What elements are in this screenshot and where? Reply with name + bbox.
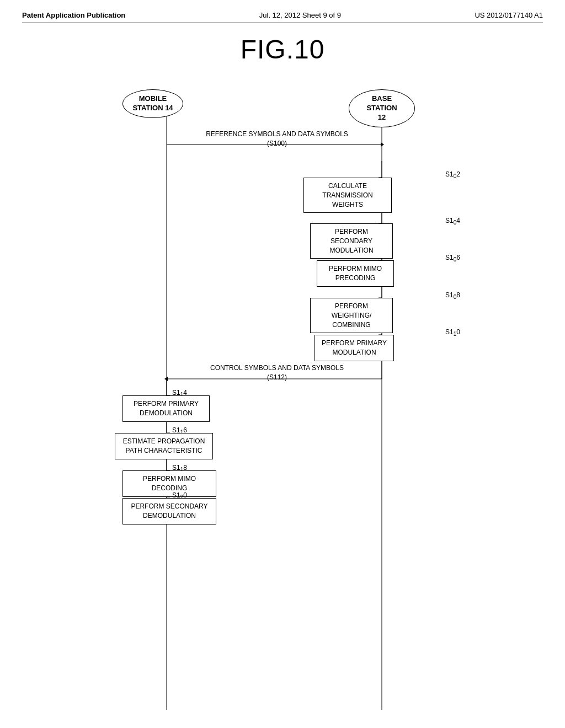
mobile-station-entity: MOBILESTATION 14 [122,89,183,118]
svg-marker-3 [381,142,384,147]
header-right: US 2012/0177140 A1 [475,11,543,19]
page-header: Patent Application Publication Jul. 12, … [22,11,543,23]
s108-label: S108 [445,291,460,300]
s112-label: CONTROL SYMBOLS AND DATA SYMBOLS(S112) [178,363,376,382]
s102-box: CALCULATETRANSMISSION WEIGHTS [303,178,392,213]
header-left: Patent Application Publication [22,11,125,19]
s102-label: S102 [445,170,460,179]
s104-label: S104 [445,217,460,226]
s100-label: REFERENCE SYMBOLS AND DATA SYMBOLS(S100) [178,130,376,148]
s106-box: PERFORM MIMOPRECODING [317,260,394,287]
figure-title: FIG.10 [22,34,543,65]
s110-box: PERFORM PRIMARYMODULATION [315,335,394,361]
s108-box: PERFORM WEIGHTING/COMBINING [310,298,393,333]
s104-box: PERFORM SECONDARYMODULATION [310,223,393,259]
svg-marker-15 [164,377,168,381]
s110-label: S110 [445,328,460,337]
s118-box: PERFORM MIMO DECODING [122,470,216,497]
base-station-entity: BASE STATION12 [349,89,415,127]
s114-box: PERFORM PRIMARYDEMODULATION [122,395,210,422]
s106-label: S106 [445,254,460,263]
s120-box: PERFORM SECONDARYDEMODULATION [122,498,216,524]
page: Patent Application Publication Jul. 12, … [0,0,565,728]
diagram: MOBILESTATION 14 BASE STATION12 REFERENC… [89,81,476,721]
header-center: Jul. 12, 2012 Sheet 9 of 9 [259,11,341,19]
s116-box: ESTIMATE PROPAGATIONPATH CHARACTERISTIC [115,433,213,459]
